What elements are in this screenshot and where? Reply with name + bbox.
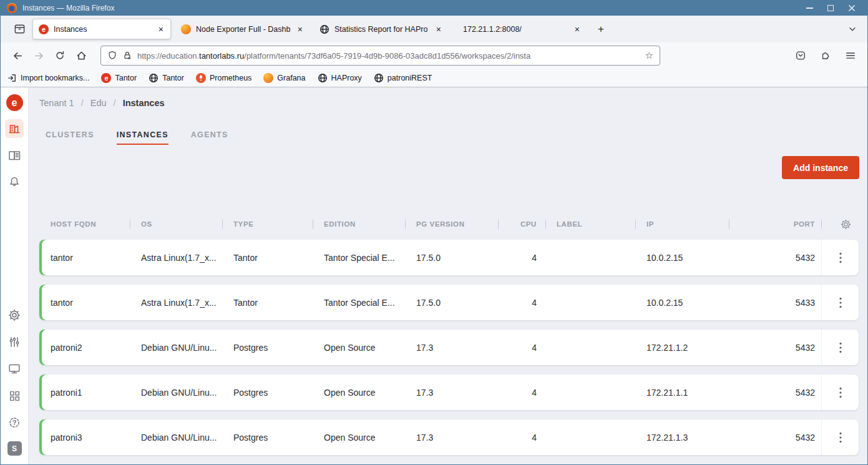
extensions-icon[interactable] xyxy=(820,50,831,61)
tab-instances-section[interactable]: INSTANCES xyxy=(117,130,168,145)
new-tab-button[interactable]: + xyxy=(594,23,608,36)
row-menu-button[interactable] xyxy=(832,250,849,266)
bookmark-prometheus[interactable]: Prometheus xyxy=(196,73,251,83)
bookmark-grafana[interactable]: Grafana xyxy=(263,73,305,83)
back-icon xyxy=(12,51,23,61)
row-menu-button[interactable] xyxy=(832,295,849,311)
cell-type: Postgres xyxy=(222,433,313,443)
cell-host-fqdn: tantor xyxy=(39,298,130,308)
cell-host-fqdn: patroni1 xyxy=(39,388,130,398)
sidebar-item-settings[interactable] xyxy=(5,306,24,325)
breadcrumb-tenant[interactable]: Tenant 1 xyxy=(39,98,74,108)
tab-patroni[interactable]: 172.21.1.2:8008/ × xyxy=(452,19,587,39)
cell-cpu: 4 xyxy=(498,433,545,443)
bookmark-tantor-2[interactable]: Tantor xyxy=(149,73,184,83)
home-button[interactable] xyxy=(72,46,90,65)
forward-button[interactable] xyxy=(29,46,48,65)
cell-edition: Open Source xyxy=(313,388,405,398)
table-header: HOST FQDN OS TYPE EDITION PG VERSION CPU… xyxy=(39,213,859,235)
cell-type: Tantor xyxy=(222,298,313,308)
tab-close-icon[interactable]: × xyxy=(435,25,442,34)
breadcrumb-workspace[interactable]: Edu xyxy=(90,98,107,108)
url-bar[interactable]: https://education.tantorlabs.ru/platform… xyxy=(100,46,660,66)
sidebar-item-workspaces[interactable] xyxy=(5,119,24,138)
sidebar-item-help[interactable]: ? xyxy=(5,413,24,432)
col-label: LABEL xyxy=(545,220,635,228)
bookmark-label: Tantor xyxy=(162,74,184,82)
section-tabs: CLUSTERS INSTANCES AGENTS xyxy=(39,130,859,145)
bell-icon xyxy=(8,176,21,188)
row-menu-button[interactable] xyxy=(832,429,849,446)
tab-close-icon[interactable]: × xyxy=(296,25,304,34)
menu-icon[interactable] xyxy=(845,50,856,61)
home-icon xyxy=(76,51,87,61)
sidebar-item-notifications[interactable] xyxy=(5,173,24,192)
table-row[interactable]: patroni3 Debian GNU/Linu... Postgres Ope… xyxy=(39,419,859,455)
col-port: PORT xyxy=(729,220,821,228)
reload-button[interactable] xyxy=(51,46,69,65)
tab-clusters[interactable]: CLUSTERS xyxy=(46,130,94,145)
url-text: https://education.tantorlabs.ru/platform… xyxy=(137,51,640,61)
tab-strip: e Instances × Node Exporter Full - Dashb… xyxy=(1,16,867,42)
minimize-icon xyxy=(806,7,813,9)
tantor-icon: e xyxy=(101,73,111,83)
bookmark-haproxy[interactable]: HAProxy xyxy=(318,73,362,83)
close-button[interactable] xyxy=(847,4,856,12)
back-button[interactable] xyxy=(8,46,27,65)
tab-close-icon[interactable]: × xyxy=(573,25,581,34)
table-row[interactable]: patroni1 Debian GNU/Linu... Postgres Ope… xyxy=(39,374,859,410)
row-actions xyxy=(821,330,859,365)
col-edition: EDITION xyxy=(313,220,405,228)
tab-haproxy-stats[interactable]: Statistics Report for HAPro × xyxy=(314,19,448,39)
tantor-logo-icon[interactable]: e xyxy=(6,94,23,111)
sidebar-item-docs[interactable] xyxy=(5,146,24,165)
cell-os: Astra Linux(1.7_x... xyxy=(130,253,222,263)
col-os: OS xyxy=(130,220,222,228)
cell-os: Debian GNU/Linu... xyxy=(130,343,222,353)
tab-agents[interactable]: AGENTS xyxy=(191,130,228,145)
cell-cpu: 4 xyxy=(498,388,545,398)
user-avatar[interactable]: S xyxy=(7,441,22,456)
toolbar-right-icons xyxy=(795,50,860,61)
add-instance-button[interactable]: Add instance xyxy=(782,156,859,179)
globe-icon xyxy=(318,73,328,83)
bookmark-label: HAProxy xyxy=(331,74,362,82)
row-menu-button[interactable] xyxy=(832,340,849,356)
bookmark-tantor[interactable]: e Tantor xyxy=(101,73,137,83)
bookmark-star-icon[interactable]: ☆ xyxy=(645,50,653,61)
close-icon xyxy=(848,4,856,12)
row-menu-button[interactable] xyxy=(832,384,849,401)
maximize-button[interactable] xyxy=(826,4,835,12)
sidebar-item-parameters[interactable] xyxy=(5,333,24,351)
table-row[interactable]: tantor Astra Linux(1.7_x... Tantor Tanto… xyxy=(39,240,859,275)
bookmark-patronirest[interactable]: patroniREST xyxy=(374,73,432,83)
bookmark-label: Tantor xyxy=(115,74,137,82)
cell-pg-version: 17.3 xyxy=(405,343,498,353)
table-row[interactable]: patroni2 Debian GNU/Linu... Postgres Ope… xyxy=(39,330,859,365)
lock-warning-icon xyxy=(122,51,132,61)
tab-label: Node Exporter Full - Dashb xyxy=(196,25,291,34)
tab-node-exporter[interactable]: Node Exporter Full - Dashb × xyxy=(175,19,310,39)
tab-instances[interactable]: e Instances × xyxy=(32,19,171,39)
tab-close-icon[interactable]: × xyxy=(157,25,165,34)
cell-type: Tantor xyxy=(222,253,313,263)
cell-host-fqdn: tantor xyxy=(39,253,130,263)
breadcrumb-separator: / xyxy=(81,98,84,108)
col-host-fqdn: HOST FQDN xyxy=(39,220,130,228)
cell-os: Debian GNU/Linu... xyxy=(130,433,222,443)
sidebar-item-monitoring[interactable] xyxy=(5,360,24,378)
gear-icon xyxy=(8,309,21,321)
table-settings-button[interactable] xyxy=(821,219,859,230)
sidebar-item-apps[interactable] xyxy=(5,386,24,405)
instances-table: HOST FQDN OS TYPE EDITION PG VERSION CPU… xyxy=(39,213,859,455)
list-all-tabs-button[interactable] xyxy=(844,21,861,38)
row-actions xyxy=(821,374,859,410)
bookmark-import[interactable]: Import bookmarks... xyxy=(7,73,89,83)
table-row[interactable]: tantor Astra Linux(1.7_x... Tantor Tanto… xyxy=(39,285,859,320)
prometheus-icon xyxy=(196,73,206,83)
breadcrumb-current: Instances xyxy=(123,98,165,108)
pocket-icon[interactable] xyxy=(795,50,806,61)
minimize-button[interactable] xyxy=(805,4,814,12)
window-controls xyxy=(805,4,861,12)
firefox-view-button[interactable] xyxy=(11,21,28,38)
